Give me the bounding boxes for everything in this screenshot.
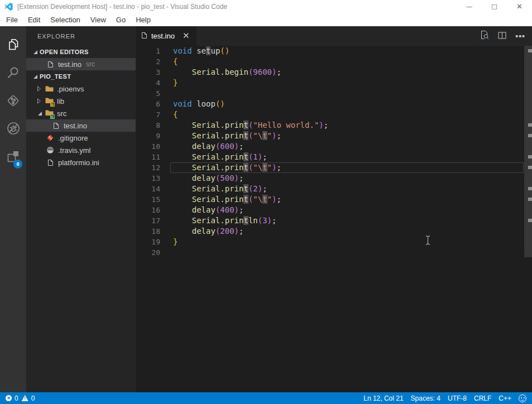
code-line-17[interactable]: 17 Serial.println(3); <box>136 215 532 226</box>
minimize-button[interactable]: — <box>457 0 482 13</box>
code-line-19[interactable]: 19} <box>136 237 532 247</box>
maximize-button[interactable]: □ <box>482 0 507 13</box>
warning-indicator[interactable]: ! 0 <box>22 395 35 402</box>
code-line-8[interactable]: 8 Serial.print("Hello world."); <box>136 120 532 131</box>
code-line-7[interactable]: 7{ <box>136 109 532 120</box>
tree-item--travis-yml[interactable]: .travis.yml <box>26 144 136 156</box>
chevron-expanded-icon <box>31 50 40 54</box>
chevron-collapsed-icon <box>35 86 44 92</box>
error-indicator[interactable]: ✕ 0 <box>6 395 18 402</box>
scrollbar-slider[interactable] <box>524 46 532 257</box>
occurrence-ruler-mark <box>528 219 532 222</box>
line-number: 3 <box>136 67 160 78</box>
tab-test-ino[interactable]: test.ino ✕ <box>136 26 196 46</box>
tree-item--pioenvs[interactable]: .pioenvs <box>26 83 136 95</box>
tree-item-lib[interactable]: Blib <box>26 95 136 107</box>
code-line-1[interactable]: 1void setup() <box>136 46 532 56</box>
line-number: 19 <box>136 237 160 247</box>
git-icon <box>45 134 55 142</box>
close-button[interactable]: ✕ <box>507 0 532 13</box>
travis-icon <box>45 146 55 154</box>
line-number: 7 <box>136 109 160 120</box>
menu-bar: FileEditSelectionViewGoHelp <box>0 13 532 26</box>
cursor-position[interactable]: Ln 12, Col 21 <box>363 395 403 402</box>
eol-setting[interactable]: CRLF <box>474 395 491 402</box>
activity-source-control[interactable] <box>0 88 26 116</box>
error-icon: ✕ <box>6 395 12 401</box>
debug-icon <box>6 121 21 138</box>
editor-group: test.ino ✕ ••• 1void setup()2{3 Serial.b… <box>136 26 532 392</box>
feedback-smiley-icon[interactable] <box>519 395 526 402</box>
code-line-4[interactable]: 4} <box>136 78 532 88</box>
occurrence-ruler-mark <box>528 198 532 201</box>
split-editor-icon[interactable] <box>498 31 506 41</box>
tab-close-icon[interactable]: ✕ <box>183 32 190 40</box>
editor-scrollbar[interactable] <box>524 46 532 392</box>
menu-help[interactable]: Help <box>131 13 156 26</box>
item-label: .pioenvs <box>57 85 84 93</box>
code-line-15[interactable]: 15 Serial.print("\t"); <box>136 194 532 205</box>
activity-extensions[interactable]: 8 <box>0 143 26 171</box>
item-label: platformio.ini <box>58 158 99 167</box>
warning-icon: ! <box>22 395 28 401</box>
menu-view[interactable]: View <box>85 13 111 26</box>
code-line-6[interactable]: 6void loop() <box>136 99 532 109</box>
tree-item-test-ino[interactable]: test.inosrc <box>26 58 136 70</box>
code-line-12[interactable]: 12 Serial.print("\t"); <box>136 162 532 173</box>
code-line-20[interactable]: 20 <box>136 247 532 258</box>
code-line-10[interactable]: 10 delay(600); <box>136 141 532 152</box>
item-tag: src <box>86 60 95 68</box>
activity-explorer[interactable] <box>0 32 26 60</box>
code-line-5[interactable]: 5 <box>136 88 532 99</box>
open-preview-icon[interactable] <box>480 30 489 42</box>
code-line-11[interactable]: 11 Serial.print(1); <box>136 152 532 162</box>
line-number: 20 <box>136 247 160 258</box>
window-title: [Extension Development Host] - test.ino … <box>17 3 227 11</box>
code-line-16[interactable]: 16 delay(400); <box>136 205 532 215</box>
occurrence-ruler-mark <box>528 123 532 127</box>
activity-debug[interactable] <box>0 116 26 143</box>
code-line-2[interactable]: 2{ <box>136 56 532 67</box>
tree-item--gitignore[interactable]: .gitignore <box>26 132 136 144</box>
activity-bar: 8 <box>0 26 26 392</box>
more-actions-icon[interactable]: ••• <box>515 32 525 41</box>
indentation-setting[interactable]: Spaces: 4 <box>411 395 440 402</box>
chevron-expanded-icon <box>31 75 40 79</box>
line-number: 10 <box>136 141 160 152</box>
tab-bar: test.ino ✕ ••• <box>136 26 532 46</box>
section-open-editors[interactable]: OPEN EDITORS <box>26 46 136 58</box>
tab-label: test.ino <box>151 32 175 40</box>
line-number: 14 <box>136 184 160 194</box>
line-number: 16 <box>136 205 160 215</box>
code-line-13[interactable]: 13 delay(500); <box>136 173 532 184</box>
occurrence-ruler-mark <box>528 187 532 190</box>
folder-icon <box>44 85 54 92</box>
code-line-14[interactable]: 14 Serial.print(2); <box>136 184 532 194</box>
encoding-setting[interactable]: UTF-8 <box>448 395 467 402</box>
code-line-9[interactable]: 9 Serial.print("\t"); <box>136 131 532 141</box>
occurrence-ruler-mark <box>528 155 532 158</box>
menu-go[interactable]: Go <box>111 13 131 26</box>
line-number: 4 <box>136 78 160 88</box>
vscode-window: [Extension Development Host] - test.ino … <box>0 0 532 404</box>
code-editor[interactable]: 1void setup()2{3 Serial.begin(9600);4}56… <box>136 46 532 392</box>
menu-selection[interactable]: Selection <box>45 13 85 26</box>
tree-item-test-ino[interactable]: test.ino <box>26 119 136 132</box>
section-pio-test[interactable]: PIO_TEST <box>26 70 136 83</box>
language-mode[interactable]: C++ <box>499 395 511 402</box>
sidebar-title: EXPLORER <box>26 26 136 46</box>
occurrence-ruler-mark <box>528 166 532 169</box>
vscode-logo-icon <box>4 3 13 11</box>
status-bar: ✕ 0 ! 0 Ln 12, Col 21 Spaces: 4 UTF-8 CR… <box>0 392 532 404</box>
tree-item-src[interactable]: Bsrc <box>26 107 136 119</box>
code-line-18[interactable]: 18 delay(200); <box>136 226 532 237</box>
menu-edit[interactable]: Edit <box>23 13 45 26</box>
line-number: 2 <box>136 56 160 67</box>
code-line-3[interactable]: 3 Serial.begin(9600); <box>136 67 532 78</box>
activity-search[interactable] <box>0 60 26 88</box>
file-icon <box>45 159 55 166</box>
menu-file[interactable]: File <box>1 13 23 26</box>
file-icon <box>51 122 61 129</box>
item-label: test.ino <box>58 60 82 69</box>
tree-item-platformio-ini[interactable]: platformio.ini <box>26 156 136 169</box>
